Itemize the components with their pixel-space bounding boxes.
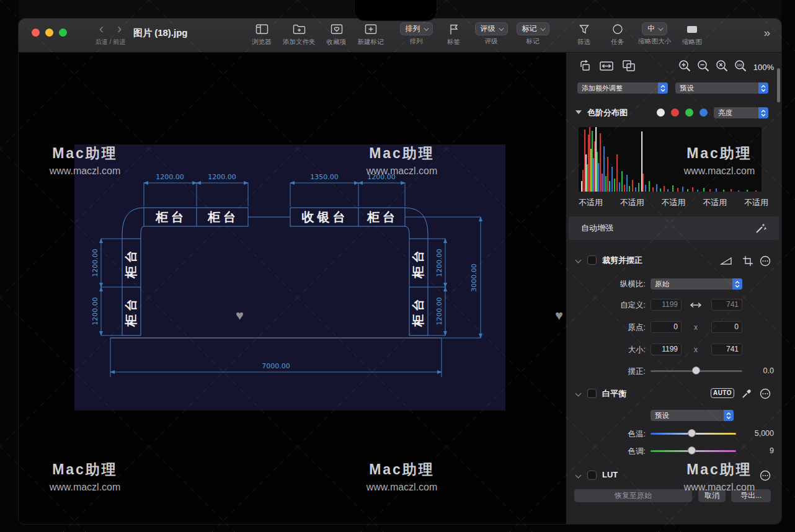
custom-size-row: 自定义: 1199 741 [566, 299, 781, 312]
crop-section-title: 裁剪并摆正 [602, 255, 642, 266]
cad-counter-label: 柜台 [155, 210, 187, 224]
zoom-fit-icon[interactable] [716, 60, 729, 75]
chevron-down-icon[interactable] [575, 391, 582, 397]
presets-popup[interactable]: 预设 [675, 82, 768, 94]
na-label: 不适用 [662, 197, 686, 208]
minimize-window-button[interactable] [45, 29, 53, 37]
level-icon[interactable] [720, 256, 732, 268]
chevron-down-icon[interactable] [575, 472, 582, 479]
crop-section-header: 裁剪并摆正 [566, 254, 781, 268]
cad-counter-label: 柜台 [411, 247, 425, 279]
exif-na-row: 不适用 不适用 不适用 不适用 不适用 [579, 197, 768, 208]
straighten-label: 摆正: [566, 366, 646, 377]
cad-counter-label: 柜台 [207, 210, 239, 224]
toolbar-add-folder[interactable]: 添加文件夹 [283, 22, 316, 47]
lut-checkbox[interactable] [587, 471, 597, 480]
restore-original-button[interactable]: 恢复至原始 [574, 489, 692, 502]
app-window: ‹ › 后退 / 前进 图片 (18).jpg 浏览器 添加文件夹 [19, 19, 781, 524]
cad-dim: 7000.00 [262, 362, 290, 370]
toolbar-tags[interactable]: 标签 [442, 22, 466, 47]
popup-chevrons-icon [724, 410, 734, 421]
wb-preset-popup[interactable]: 预设 [651, 410, 734, 421]
cancel-button[interactable]: 取消 [698, 489, 726, 502]
toolbar-new-tag[interactable]: 新建标记 [358, 22, 384, 47]
slider-thumb[interactable] [688, 429, 696, 437]
canvas-size-icon[interactable] [622, 60, 636, 74]
aspect-ratio-row: 纵横比: 原始 [566, 278, 781, 291]
auto-enhance-button[interactable]: 自动增强 [569, 216, 779, 240]
size-height-input[interactable]: 741 [711, 344, 742, 355]
new-tag-icon [365, 22, 377, 36]
toolbar-browser[interactable]: 浏览器 [249, 22, 274, 47]
add-adjustments-popup[interactable]: 添加额外调整 [577, 82, 668, 94]
thumb-size-dropdown[interactable]: 中 [642, 22, 667, 35]
auto-badge[interactable]: AUTO [711, 388, 734, 398]
cad-drawing: 1200.00 1200.00 1350.00 1200.00 1200.00 … [74, 144, 505, 410]
origin-label: 原点: [566, 322, 646, 333]
panel-scrollbar[interactable] [777, 68, 780, 102]
more-options-icon[interactable] [760, 255, 771, 269]
na-label: 不适用 [744, 197, 768, 208]
origin-y-input[interactable]: 0 [711, 321, 742, 333]
flip-horizontal-icon[interactable] [599, 60, 614, 74]
close-window-button[interactable] [32, 29, 40, 37]
toolbar-tasks[interactable]: 任务 [605, 22, 630, 47]
toolbar-thumbnail[interactable]: 缩略图 [680, 22, 704, 47]
export-button[interactable]: 导出... [731, 489, 771, 502]
histogram-title: 色阶分布图 [587, 107, 628, 118]
flag-icon [448, 22, 460, 36]
screen: ‹ › 后退 / 前进 图片 (18).jpg 浏览器 添加文件夹 [0, 0, 795, 532]
crop-icon[interactable] [742, 255, 753, 269]
crop-enable-checkbox[interactable] [587, 255, 597, 265]
zoom-window-button[interactable] [59, 29, 67, 37]
chevron-down-icon[interactable] [575, 257, 582, 264]
forward-button[interactable]: › [117, 22, 122, 36]
straighten-row: 摆正: 0.0 [566, 365, 781, 378]
temperature-slider[interactable] [651, 429, 736, 438]
toolbar-overflow-button[interactable]: » [763, 26, 770, 40]
mark-dropdown[interactable]: 标记 [517, 22, 549, 35]
back-button[interactable]: ‹ [99, 22, 104, 36]
more-options-icon[interactable] [760, 388, 771, 402]
channel-white-dot[interactable] [657, 109, 665, 117]
popup-chevrons-icon [758, 82, 768, 94]
zoom-out-icon[interactable] [697, 60, 710, 75]
eyedropper-icon[interactable] [741, 388, 752, 402]
origin-x-input[interactable]: 0 [651, 321, 682, 333]
toolbar-thumb-size: 中 缩略图大小 [639, 22, 672, 46]
main-toolbar: 浏览器 添加文件夹 收藏项 [249, 22, 704, 47]
chevron-down-icon [658, 25, 663, 30]
zoom-100-icon[interactable]: 100 [734, 60, 747, 75]
aspect-ratio-popup[interactable]: 原始 [651, 278, 742, 290]
rotate-left-icon[interactable] [579, 60, 592, 74]
straighten-slider[interactable] [651, 366, 742, 375]
custom-height-input[interactable]: 741 [711, 299, 742, 311]
popup-chevrons-icon [658, 82, 668, 94]
na-label: 不适用 [620, 197, 644, 208]
channel-popup[interactable]: 亮度 [714, 107, 768, 118]
tint-slider[interactable] [651, 446, 736, 455]
disclosure-triangle-icon[interactable] [575, 110, 582, 114]
slider-thumb[interactable] [688, 446, 696, 454]
custom-width-input[interactable]: 1199 [651, 299, 682, 311]
size-label: 大小: [566, 345, 646, 355]
size-width-input[interactable]: 1199 [651, 344, 682, 355]
more-options-icon[interactable] [760, 470, 771, 484]
zoom-in-icon[interactable] [678, 60, 691, 75]
slider-thumb[interactable] [692, 366, 700, 375]
cad-dim: 3000.00 [470, 264, 478, 292]
channel-red-dot[interactable] [671, 109, 679, 117]
rating-dropdown[interactable]: 评级 [475, 22, 508, 35]
channel-green-dot[interactable] [685, 109, 693, 117]
x-separator: x [694, 323, 698, 332]
channel-blue-dot[interactable] [700, 109, 708, 117]
toolbar-favorites[interactable]: 收藏项 [324, 22, 349, 47]
white-balance-checkbox[interactable] [587, 389, 597, 398]
popup-chevrons-icon [732, 278, 742, 290]
image-canvas[interactable]: 1200.00 1200.00 1350.00 1200.00 1200.00 … [19, 53, 566, 524]
swap-arrows-icon[interactable] [689, 301, 703, 312]
toolbar-filter[interactable]: 筛选 [572, 22, 597, 47]
cad-counter-label: 柜台 [366, 210, 398, 224]
titlebar: ‹ › 后退 / 前进 图片 (18).jpg 浏览器 添加文件夹 [19, 19, 781, 53]
arrange-dropdown[interactable]: 排列 [400, 22, 433, 35]
